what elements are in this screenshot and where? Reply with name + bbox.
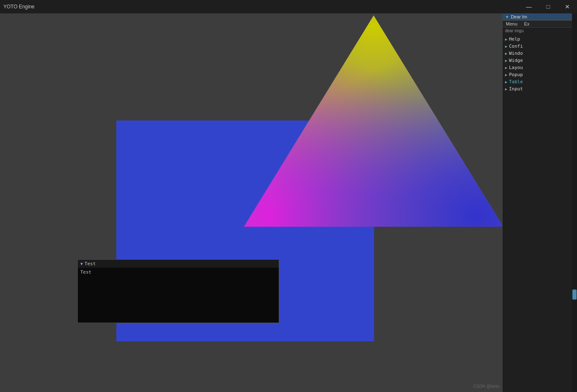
imgui-tree-config-label: Confi — [509, 44, 523, 49]
imgui-tree-table[interactable]: ▶ Table — [503, 78, 576, 85]
watermark: CSDN @larito — [473, 384, 500, 389]
imgui-menubar: Menu Ex — [503, 20, 577, 28]
help-arrow-icon: ▶ — [505, 37, 507, 41]
app-title: YOTO Engine — [3, 4, 34, 10]
test-window-content: Test — [78, 268, 279, 277]
test-window-titlebar: ▼ Test — [78, 260, 279, 268]
title-bar-controls: — □ ✕ — [519, 0, 577, 13]
imgui-tree-window[interactable]: ▶ Windo — [503, 50, 576, 57]
layout-arrow-icon: ▶ — [505, 66, 507, 70]
minimize-button[interactable]: — — [519, 0, 539, 13]
widgets-arrow-icon: ▶ — [505, 59, 507, 63]
test-window-title: Test — [85, 261, 96, 266]
viewport: ▼ Test Test — [0, 13, 502, 392]
imgui-menu-menu[interactable]: Menu — [503, 20, 521, 27]
svg-marker-3 — [244, 15, 502, 227]
imgui-tree-widgets[interactable]: ▶ Widge — [503, 57, 576, 64]
imgui-tree-popups[interactable]: ▶ Popup — [503, 71, 576, 78]
window-arrow-icon: ▶ — [505, 51, 507, 56]
imgui-menu-ex[interactable]: Ex — [521, 20, 533, 27]
test-window-collapse-icon: ▼ — [80, 261, 83, 266]
inputs-arrow-icon: ▶ — [505, 87, 507, 91]
imgui-scrollbar[interactable] — [572, 13, 577, 392]
imgui-tree-inputs[interactable]: ▶ Input — [503, 85, 576, 92]
imgui-collapse-icon: ▼ — [505, 15, 509, 19]
test-window: ▼ Test Test — [77, 259, 279, 323]
imgui-description: dear imgu — [503, 28, 577, 34]
title-bar-left: YOTO Engine — [0, 4, 34, 10]
imgui-tree-help[interactable]: ▶ Help — [503, 36, 576, 43]
table-arrow-icon: ▶ — [505, 80, 507, 84]
close-button[interactable]: ✕ — [558, 0, 577, 13]
imgui-tree-window-label: Windo — [509, 51, 523, 56]
maximize-button[interactable]: □ — [539, 0, 558, 13]
imgui-tree-inputs-label: Input — [509, 86, 523, 92]
imgui-tree-layout-label: Layou — [509, 65, 523, 70]
imgui-tree-help-label: Help — [509, 36, 520, 42]
imgui-panel-title: Dear Im — [511, 14, 527, 19]
imgui-tree-table-label: Table — [509, 79, 523, 85]
gradient-triangle — [244, 15, 502, 227]
main-area: ▼ Test Test ▼ Dear Im Menu Ex dear imgu … — [0, 13, 577, 392]
right-panel: ▼ Dear Im Menu Ex dear imgu ▶ Help ▶ Con… — [502, 13, 577, 392]
imgui-tree-layout[interactable]: ▶ Layou — [503, 64, 576, 71]
title-bar: YOTO Engine — □ ✕ — [0, 0, 577, 13]
triangle-container — [244, 15, 502, 227]
test-window-text: Test — [80, 269, 92, 275]
imgui-scrollbar-thumb[interactable] — [572, 290, 577, 300]
imgui-header: ▼ Dear Im — [503, 13, 577, 20]
imgui-tree-popups-label: Popup — [509, 72, 523, 77]
imgui-tree-content: ▶ Help ▶ Confi ▶ Windo ▶ Widge ▶ Layou ▶ — [503, 34, 577, 94]
config-arrow-icon: ▶ — [505, 44, 507, 49]
imgui-tree-widgets-label: Widge — [509, 58, 523, 63]
imgui-tree-config[interactable]: ▶ Confi — [503, 43, 576, 50]
popups-arrow-icon: ▶ — [505, 73, 507, 77]
